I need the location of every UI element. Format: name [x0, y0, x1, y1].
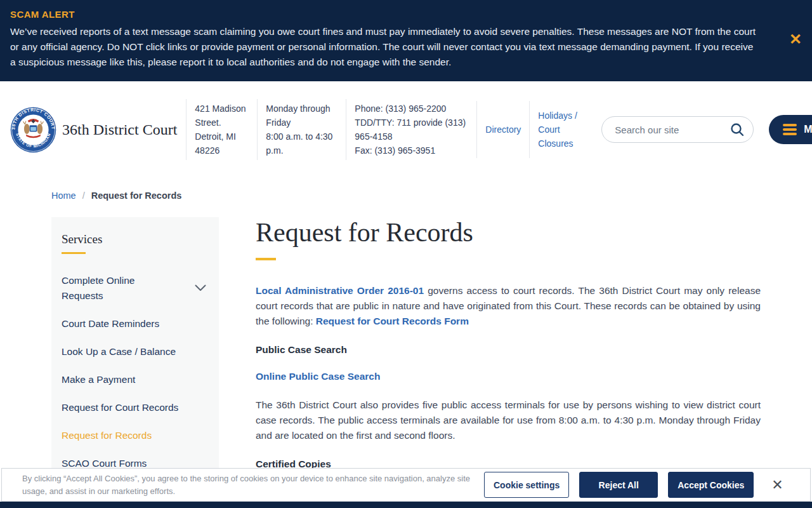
page-title: Request for Records — [256, 217, 761, 248]
cookie-message: By clicking “Accept All Cookies”, you ag… — [22, 472, 473, 498]
holidays-closures-link[interactable]: Holidays / Court Closures — [538, 109, 579, 150]
court-address: 421 Madison Street. Detroit, MI 48226 — [186, 99, 257, 160]
menu-label: Menu — [804, 124, 812, 135]
cookie-settings-button[interactable]: Cookie settings — [484, 472, 569, 498]
hours-times: 8:00 a.m. to 4:30 p.m. — [266, 130, 337, 157]
request-court-records-form-link[interactable]: Request for Court Records Form — [316, 316, 469, 326]
sidebar-item-request-court-records[interactable]: Request for Court Records — [62, 400, 207, 415]
court-contact: Phone: (313) 965-2200 TDD/TTY: 711 provi… — [346, 99, 476, 160]
public-case-search-heading: Public Case Search — [256, 344, 761, 356]
services-sidebar: Services Complete Online Requests Court … — [51, 217, 219, 508]
site-header: 36TH DISTRICT COURT STATE OF MICHIGAN 36… — [0, 81, 812, 178]
menu-button[interactable]: Menu — [769, 115, 812, 144]
holidays-col: Holidays / Court Closures — [529, 101, 587, 158]
breadcrumb-current: Request for Records — [91, 190, 182, 201]
site-logo[interactable]: 36TH DISTRICT COURT STATE OF MICHIGAN 36… — [10, 107, 177, 153]
hamburger-icon — [783, 124, 797, 135]
lao-2016-01-link[interactable]: Local Administrative Order 2016-01 — [256, 285, 424, 296]
site-title: 36th District Court — [62, 121, 177, 138]
terminals-paragraph: The 36th District Court also provides fi… — [256, 398, 761, 443]
title-gold-rule — [256, 258, 276, 260]
sidebar-nav: Complete Online Requests Court Date Remi… — [62, 273, 207, 471]
scam-alert-banner: SCAM ALERT We’ve received reports of a t… — [0, 0, 812, 81]
accept-cookies-button[interactable]: Accept Cookies — [668, 472, 754, 498]
alert-close-icon[interactable]: ✕ — [789, 32, 802, 47]
intro-paragraph: Local Administrative Order 2016-01 gover… — [256, 283, 761, 329]
cookie-actions: Cookie settings Reject All Accept Cookie… — [484, 472, 754, 498]
court-hours: Monday through Friday 8:00 a.m. to 4:30 … — [257, 99, 346, 160]
court-seal-icon: 36TH DISTRICT COURT STATE OF MICHIGAN — [10, 107, 56, 153]
tdd-number: TDD/TTY: 711 provide (313) 965-4158 — [355, 116, 468, 144]
directory-col: Directory — [476, 101, 529, 158]
main-content: Request for Records Local Administrative… — [256, 217, 761, 480]
online-case-search-line: Online Public Case Search — [256, 371, 761, 382]
hours-days: Monday through Friday — [266, 102, 337, 130]
reject-all-button[interactable]: Reject All — [579, 472, 658, 498]
breadcrumb-separator: / — [82, 190, 85, 201]
scam-alert-title: SCAM ALERT — [10, 9, 802, 20]
phone-number: Phone: (313) 965-2200 — [355, 102, 468, 116]
directory-link[interactable]: Directory — [485, 123, 521, 137]
sidebar-item-look-up-case[interactable]: Look Up a Case / Balance — [62, 344, 207, 359]
header-info: 421 Madison Street. Detroit, MI 48226 Mo… — [186, 99, 587, 160]
content-area: Services Complete Online Requests Court … — [51, 217, 761, 508]
online-public-case-search-link[interactable]: Online Public Case Search — [256, 371, 380, 382]
breadcrumb: Home / Request for Records — [0, 178, 812, 201]
cookie-consent-banner: By clicking “Accept All Cookies”, you ag… — [1, 468, 811, 502]
page-bottom-strip — [0, 502, 812, 508]
search-icon[interactable] — [730, 122, 745, 139]
chevron-down-icon[interactable] — [193, 283, 207, 295]
site-search — [601, 116, 754, 143]
sidebar-item-complete-online-requests[interactable]: Complete Online Requests — [62, 273, 207, 304]
sidebar-title: Services — [62, 232, 207, 254]
sidebar-item-request-for-records[interactable]: Request for Records — [62, 428, 207, 443]
fax-number: Fax: (313) 965-3951 — [355, 144, 468, 157]
sidebar-item-court-date-reminders[interactable]: Court Date Reminders — [62, 316, 207, 331]
sidebar-item-make-a-payment[interactable]: Make a Payment — [62, 372, 207, 387]
scam-alert-message: We’ve received reports of a text message… — [10, 24, 759, 70]
breadcrumb-home-link[interactable]: Home — [51, 190, 76, 201]
cookie-close-icon[interactable]: ✕ — [771, 478, 783, 492]
